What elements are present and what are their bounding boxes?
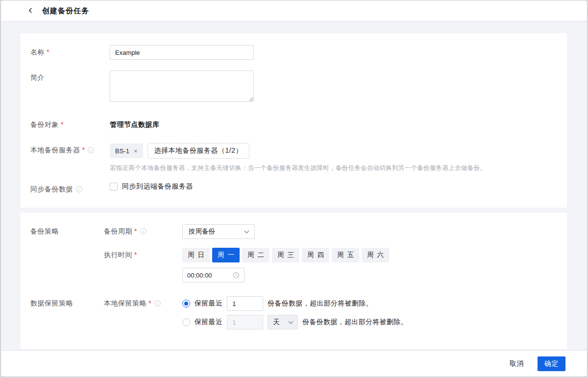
retention-count-input[interactable] — [227, 296, 263, 311]
page-title: 创建备份任务 — [42, 6, 89, 16]
sync-checkbox[interactable] — [110, 183, 118, 190]
intro-textarea[interactable] — [110, 71, 254, 102]
back-icon[interactable]: ‹ — [28, 4, 32, 16]
cancel-button[interactable]: 取消 — [507, 359, 527, 369]
intro-row: 简介 — [30, 71, 557, 104]
cycle-label: 备份周期 * i — [104, 224, 182, 239]
page-content: 名称 * 简介 备份对象 * — [1, 22, 587, 349]
backup-policy-group-label: 备份策略 — [30, 224, 104, 296]
select-local-server-button[interactable]: 选择本地备份服务器（1/2） — [147, 143, 249, 159]
basic-info-card: 名称 * 简介 备份对象 * — [21, 33, 567, 208]
required-mark: * — [61, 120, 64, 128]
info-icon[interactable]: i — [88, 147, 94, 153]
exec-time-label-text: 执行时间 — [104, 251, 132, 260]
retention-group-label: 数据保留策略 — [30, 296, 104, 330]
intro-label: 简介 — [30, 71, 110, 104]
retention-days-input[interactable] — [227, 315, 263, 330]
required-mark: * — [47, 48, 49, 56]
local-server-label: 本地备份服务器 * i — [30, 143, 110, 172]
confirm-button[interactable]: 确定 — [538, 356, 565, 371]
retention-group-label-text: 数据保留策略 — [30, 299, 73, 308]
retention-policy-group: 数据保留策略 本地保留策略 * i 保留最近 — [30, 296, 557, 330]
backup-object-value: 管理节点数据库 — [110, 118, 557, 129]
retention-option-count: 保留最近 份备份数据，超出部分将被删除。 — [182, 296, 557, 311]
clock-icon — [233, 272, 240, 279]
create-backup-task-page: ‹ 创建备份任务 名称 * 简介 — [0, 0, 588, 377]
required-mark: * — [82, 146, 85, 154]
weekday-button[interactable]: 周日 — [182, 248, 210, 262]
name-label-text: 名称 — [30, 48, 45, 57]
info-icon[interactable]: i — [76, 186, 82, 192]
local-server-helper-text: 若指定两个本地备份服务器，支持主备无缝切换：当一个备份服务器发生故障时，备份任务… — [110, 164, 557, 172]
retention-unit-select[interactable]: 天 — [268, 315, 298, 330]
name-input[interactable] — [110, 45, 254, 60]
sync-label: 同步备份数据 i — [30, 182, 110, 194]
local-server-row: 本地备份服务器 * i BS-1 × 选择本地备份服务器（1/2） 若指定两个本… — [30, 143, 557, 172]
server-tag-label: BS-1 — [115, 147, 129, 155]
retention-count-suffix: 份备份数据，超出部分将被删除。 — [268, 299, 373, 308]
sync-checkbox-label: 同步到远端备份服务器 — [122, 182, 193, 191]
required-mark: * — [134, 251, 137, 259]
server-tag: BS-1 × — [110, 143, 143, 158]
retention-count-prefix: 保留最近 — [195, 299, 222, 308]
time-input[interactable]: 00:00:00 — [182, 268, 245, 283]
cycle-row: 备份周期 * i 按周备份 — [104, 224, 557, 239]
chevron-down-icon — [289, 319, 294, 324]
info-icon[interactable]: i — [154, 300, 161, 307]
weekday-button[interactable]: 周五 — [332, 248, 359, 262]
chevron-down-icon — [245, 228, 249, 233]
remove-tag-icon[interactable]: × — [134, 148, 138, 154]
cycle-select[interactable]: 按周备份 — [182, 224, 255, 239]
required-mark: * — [134, 227, 137, 235]
local-server-label-text: 本地备份服务器 — [30, 146, 80, 155]
weekday-button[interactable]: 周一 — [212, 248, 240, 262]
retention-days-prefix: 保留最近 — [195, 318, 222, 327]
weekday-button[interactable]: 周六 — [362, 248, 389, 262]
cycle-select-value: 按周备份 — [189, 227, 215, 236]
backup-object-label-text: 备份对象 — [30, 120, 59, 129]
retention-option-days: 保留最近 天 份备份数据，超出部分将被删除。 — [182, 315, 557, 330]
name-label: 名称 * — [30, 45, 110, 60]
backup-object-row: 备份对象 * 管理节点数据库 — [30, 118, 557, 129]
cycle-label-text: 备份周期 — [104, 227, 132, 236]
weekday-button[interactable]: 周四 — [302, 248, 329, 262]
retention-count-radio[interactable] — [182, 300, 190, 307]
weekday-group: 周日周一周二周三周四周五周六 — [182, 248, 557, 262]
page-header: ‹ 创建备份任务 — [1, 0, 587, 22]
backup-object-label: 备份对象 * — [30, 118, 110, 129]
sync-row: 同步备份数据 i 同步到远端备份服务器 — [30, 182, 557, 194]
retention-days-suffix: 份备份数据，超出部分将被删除。 — [302, 318, 408, 327]
required-mark: * — [148, 299, 151, 307]
sync-label-text: 同步备份数据 — [30, 185, 73, 194]
intro-label-text: 简介 — [30, 73, 45, 82]
backup-policy-group-label-text: 备份策略 — [30, 227, 59, 236]
retention-unit-value: 天 — [273, 318, 280, 327]
footer-bar: 取消 确定 — [1, 350, 587, 377]
exec-time-label: 执行时间 * — [104, 248, 182, 283]
time-value: 00:00:00 — [187, 272, 212, 279]
retention-days-radio[interactable] — [182, 318, 190, 326]
local-retention-row: 本地保留策略 * i 保留最近 份备份数据，超出部分将被删除。 — [104, 296, 557, 330]
policy-card: 备份策略 备份周期 * i 按周备份 — [21, 213, 567, 349]
weekday-button[interactable]: 周三 — [272, 248, 299, 262]
local-retention-label: 本地保留策略 * i — [104, 296, 182, 330]
backup-policy-group: 备份策略 备份周期 * i 按周备份 — [30, 224, 557, 296]
exec-time-row: 执行时间 * 周日周一周二周三周四周五周六 00:00:00 — [104, 248, 557, 283]
local-retention-label-text: 本地保留策略 — [104, 299, 147, 308]
weekday-button[interactable]: 周二 — [242, 248, 270, 262]
info-icon[interactable]: i — [140, 228, 147, 235]
name-row: 名称 * — [30, 45, 557, 60]
